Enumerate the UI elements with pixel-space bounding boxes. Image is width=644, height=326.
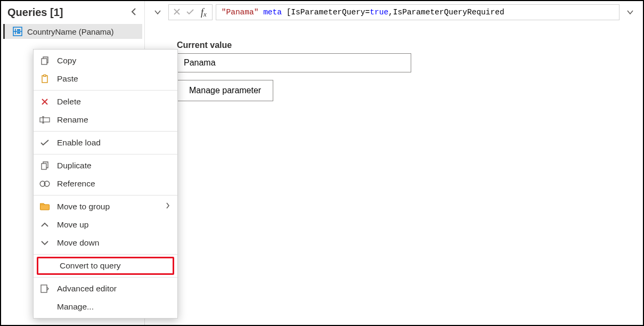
queries-title: Queries [1] — [7, 6, 63, 19]
menu-separator — [34, 90, 177, 91]
folder-icon — [39, 201, 51, 213]
svg-rect-16 — [41, 285, 47, 292]
menu-separator — [34, 131, 177, 132]
menu-paste[interactable]: Paste — [34, 70, 177, 88]
svg-rect-7 — [44, 75, 46, 77]
formula-expand-button[interactable] — [623, 6, 638, 19]
advanced-editor-icon — [39, 283, 51, 295]
copy-icon — [39, 55, 51, 67]
x-icon — [173, 8, 181, 15]
blank-icon — [39, 301, 51, 313]
menu-convert-to-query[interactable]: Convert to query — [37, 257, 174, 275]
chevron-right-icon — [166, 202, 170, 211]
parameter-section: Current value Manage parameter — [150, 26, 638, 101]
query-item-countryname[interactable]: CountryName (Panama) — [3, 24, 142, 39]
collapse-pane-button[interactable] — [128, 5, 139, 20]
svg-rect-8 — [40, 118, 50, 122]
menu-advanced-editor[interactable]: Advanced editor — [34, 280, 177, 298]
svg-rect-15 — [40, 205, 50, 210]
query-item-label: CountryName (Panama) — [27, 27, 114, 36]
check-icon — [39, 137, 51, 149]
menu-copy[interactable]: Copy — [34, 52, 177, 70]
manage-parameter-button[interactable]: Manage parameter — [177, 80, 273, 101]
parameter-icon — [12, 26, 23, 37]
formula-step-dropdown[interactable] — [150, 6, 165, 19]
queries-header: Queries [1] — [1, 5, 144, 24]
formula-cancel-button[interactable] — [172, 8, 182, 17]
menu-delete[interactable]: Delete — [34, 93, 177, 111]
duplicate-icon — [39, 160, 51, 172]
menu-manage[interactable]: Manage... — [34, 298, 177, 316]
fx-icon: fx — [199, 7, 209, 18]
menu-separator — [34, 154, 177, 154]
menu-reference[interactable]: Reference — [34, 175, 177, 193]
svg-rect-5 — [42, 59, 47, 64]
check-icon — [186, 8, 194, 15]
menu-separator — [34, 254, 177, 255]
formula-input[interactable]: "Panama" meta [ IsParameterQuery = true … — [216, 4, 619, 20]
svg-rect-3 — [17, 29, 20, 31]
menu-move-up[interactable]: Move up — [34, 216, 177, 234]
menu-separator — [34, 277, 177, 278]
chevron-down-icon — [626, 10, 634, 15]
menu-duplicate[interactable]: Duplicate — [34, 157, 177, 175]
current-value-label: Current value — [177, 40, 638, 50]
chevron-left-icon — [131, 7, 137, 16]
formula-bar: fx "Panama" meta [ IsParameterQuery = tr… — [150, 1, 638, 26]
paste-icon — [39, 73, 51, 85]
context-menu: Copy Paste Delete Rename Enable lo — [33, 49, 178, 319]
delete-icon — [39, 96, 51, 108]
reference-icon — [39, 178, 51, 190]
formula-confirm-button[interactable] — [185, 8, 195, 17]
current-value-input[interactable] — [177, 53, 411, 72]
chevron-down-icon — [39, 237, 51, 249]
main-pane: fx "Panama" meta [ IsParameterQuery = tr… — [145, 1, 643, 325]
svg-rect-12 — [42, 164, 46, 169]
menu-enable-load[interactable]: Enable load — [34, 134, 177, 152]
rename-icon — [39, 114, 51, 126]
menu-separator — [34, 195, 177, 195]
svg-rect-4 — [17, 32, 20, 34]
formula-controls: fx — [168, 4, 213, 20]
chevron-down-icon — [154, 10, 161, 15]
menu-move-to-group[interactable]: Move to group — [34, 198, 177, 216]
blank-icon — [42, 260, 53, 272]
menu-rename[interactable]: Rename — [34, 111, 177, 129]
menu-move-down[interactable]: Move down — [34, 234, 177, 252]
chevron-up-icon — [39, 219, 51, 231]
app-window: Queries [1] CountryName (Panama) — [0, 0, 644, 326]
